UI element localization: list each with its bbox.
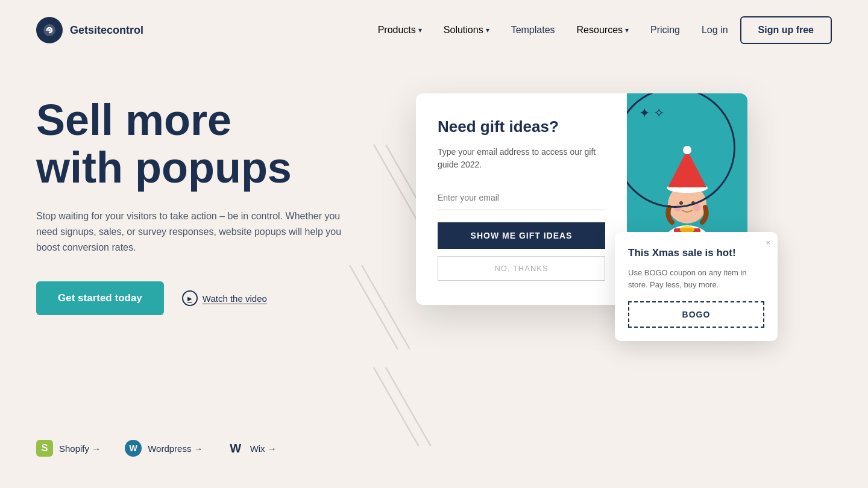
platform-wordpress[interactable]: W Wordpress →: [125, 440, 203, 457]
popup-gift-cta-button[interactable]: SHOW ME GIFT IDEAS: [438, 222, 605, 249]
wix-icon: W: [227, 440, 244, 457]
popup-xmas-bogo-button[interactable]: BOGO: [628, 301, 764, 328]
popup-gift-email-input[interactable]: [438, 186, 605, 210]
signup-button[interactable]: Sign up free: [740, 16, 832, 44]
svg-point-1: [48, 29, 51, 31]
wordpress-icon: W: [125, 440, 142, 457]
login-link[interactable]: Log in: [702, 25, 728, 36]
get-started-button[interactable]: Get started today: [36, 281, 164, 315]
nav-solutions[interactable]: Solutions: [444, 25, 489, 36]
platform-shopify[interactable]: S Shopify →: [36, 440, 101, 457]
brand-name: Getsitecontrol: [70, 24, 143, 37]
nav-pricing[interactable]: Pricing: [650, 25, 680, 35]
svg-point-21: [693, 204, 700, 211]
logo-icon: [36, 17, 63, 43]
nav-templates[interactable]: Templates: [511, 25, 555, 35]
hero-subtext: Stop waiting for your visitors to take a…: [36, 208, 344, 255]
logo-link[interactable]: Getsitecontrol: [36, 17, 143, 43]
popup-xmas-description: Use BOGO coupon on any item in store. Pa…: [628, 267, 764, 290]
popup-gift-content: Need gift ideas? Type your email address…: [416, 93, 627, 305]
popup-xmas-title: This Xmas sale is hot!: [628, 246, 764, 260]
nav-products[interactable]: Products: [378, 25, 422, 36]
shopify-icon: S: [36, 440, 53, 457]
play-icon: ▶: [182, 290, 198, 306]
svg-line-2: [374, 145, 422, 229]
hero-headline: Sell more with popups: [36, 96, 368, 192]
watch-video-link[interactable]: ▶ Watch the video: [182, 290, 267, 306]
nav-menu: Products Solutions Templates Resources P…: [378, 25, 680, 36]
popup-gift-no-thanks-button[interactable]: NO, THANKS: [438, 256, 605, 281]
platforms-section: S Shopify → W Wordpress → W Wix →: [0, 428, 868, 469]
popup-gift-description: Type your email address to access our gi…: [438, 146, 605, 171]
popup-xmas-modal: × This Xmas sale is hot! Use BOGO coupon…: [615, 232, 778, 341]
popup-xmas-close-button[interactable]: ×: [766, 238, 770, 247]
platform-wix[interactable]: W Wix →: [227, 440, 277, 457]
navbar: Getsitecontrol Products Solutions Templa…: [0, 0, 868, 60]
nav-resources[interactable]: Resources: [577, 25, 629, 36]
popup-gift-title: Need gift ideas?: [438, 117, 605, 136]
